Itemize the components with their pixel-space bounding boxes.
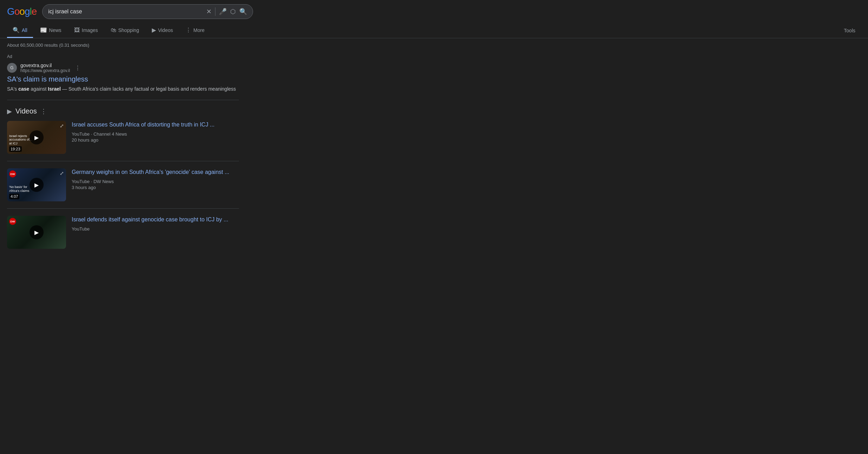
video3-info: Israel defends itself against genocide c… <box>72 216 239 249</box>
play-button-3[interactable]: ▶ <box>30 225 44 239</box>
video-item-3: ▶ DW Israel defends itself against genoc… <box>7 216 239 256</box>
divider <box>215 7 215 16</box>
video-item-1: Israel rejectsaccusations of...at ICJ ▶ … <box>7 121 239 161</box>
ad-more-button[interactable]: ⋮ <box>75 65 80 71</box>
nav-tabs: 🔍 All 📰 News 🖼 Images 🛍 Shopping ▶ Video… <box>0 23 868 38</box>
lens-search-button[interactable]: ⬡ <box>230 8 236 15</box>
ad-favicon: G <box>7 63 17 73</box>
search-bar: ✕ 🎤 ⬡ 🔍 <box>42 4 253 19</box>
play-button-1[interactable]: ▶ <box>30 130 44 144</box>
ad-section: Ad G govextra.gov.il https://www.govextr… <box>7 54 239 93</box>
video-section-icon: ▶ <box>7 108 12 115</box>
divider-after-ad <box>7 100 239 100</box>
ad-label: Ad <box>7 54 239 59</box>
ad-site-info: govextra.gov.il https://www.govextra.gov… <box>20 63 70 73</box>
video2-info: Germany weighs in on South Africa's 'gen… <box>72 168 239 201</box>
expand-icon-2: ⤢ <box>60 170 64 176</box>
video3-title[interactable]: Israel defends itself against genocide c… <box>72 216 239 223</box>
video-thumb-3[interactable]: ▶ DW <box>7 216 66 249</box>
expand-icon-1: ⤢ <box>60 123 64 129</box>
videos-more-button[interactable]: ⋮ <box>40 108 47 115</box>
header: Google ✕ 🎤 ⬡ 🔍 <box>0 0 868 23</box>
video2-source: YouTube · DW News <box>72 179 239 184</box>
tab-images[interactable]: 🖼 Images <box>69 24 104 38</box>
ad-site-row: G govextra.gov.il https://www.govextra.g… <box>7 63 239 73</box>
shopping-icon: 🛍 <box>111 27 116 33</box>
google-logo: Google <box>7 6 37 17</box>
search-input[interactable] <box>48 8 203 15</box>
video-thumb-1[interactable]: Israel rejectsaccusations of...at ICJ ▶ … <box>7 121 66 154</box>
video2-time: 3 hours ago <box>72 185 239 190</box>
tab-news[interactable]: 📰 News <box>34 23 67 38</box>
videos-icon: ▶ <box>152 27 156 33</box>
dw-logo-3: DW <box>9 218 16 225</box>
video-item-2: 'No basis' forAfrica's claims ▶ 4:07 ⤢ D… <box>7 168 239 209</box>
main-content: About 60,500,000 results (0.31 seconds) … <box>0 38 246 267</box>
tab-shopping[interactable]: 🛍 Shopping <box>105 24 145 38</box>
video1-time: 20 hours ago <box>72 137 239 143</box>
video3-source: YouTube <box>72 226 239 232</box>
video1-title[interactable]: Israel accuses South Africa of distortin… <box>72 121 239 129</box>
video-thumb-2[interactable]: 'No basis' forAfrica's claims ▶ 4:07 ⤢ D… <box>7 168 66 201</box>
search-submit-button[interactable]: 🔍 <box>239 8 247 15</box>
tab-videos[interactable]: ▶ Videos <box>146 23 179 38</box>
ad-title[interactable]: SA's claim is meaningless <box>7 75 239 83</box>
video2-title[interactable]: Germany weighs in on South Africa's 'gen… <box>72 168 239 176</box>
video2-duration: 4:07 <box>9 194 19 199</box>
news-icon: 📰 <box>40 27 47 33</box>
videos-section-title: Videos <box>15 107 37 115</box>
video1-duration: 19:23 <box>9 146 22 152</box>
ad-url: https://www.govextra.gov.il <box>20 68 70 73</box>
videos-section-header: ▶ Videos ⋮ <box>7 107 239 115</box>
all-icon: 🔍 <box>13 27 20 33</box>
videos-section: ▶ Videos ⋮ Israel rejectsaccusations of.… <box>7 107 239 256</box>
tab-more[interactable]: ⋮ More <box>180 23 210 38</box>
ad-domain: govextra.gov.il <box>20 63 70 68</box>
voice-search-button[interactable]: 🎤 <box>219 8 227 15</box>
tab-all[interactable]: 🔍 All <box>7 23 33 38</box>
results-count: About 60,500,000 results (0.31 seconds) <box>7 43 239 48</box>
dw-logo: DW <box>9 170 16 177</box>
tools-button[interactable]: Tools <box>838 24 861 37</box>
ad-description: SA's case against Israel — South Africa'… <box>7 85 239 93</box>
clear-search-button[interactable]: ✕ <box>206 8 212 15</box>
video1-info: Israel accuses South Africa of distortin… <box>72 121 239 154</box>
video1-source: YouTube · Channel 4 News <box>72 131 239 137</box>
images-icon: 🖼 <box>74 27 80 33</box>
play-button-2[interactable]: ▶ <box>30 178 44 192</box>
more-icon: ⋮ <box>186 27 191 33</box>
